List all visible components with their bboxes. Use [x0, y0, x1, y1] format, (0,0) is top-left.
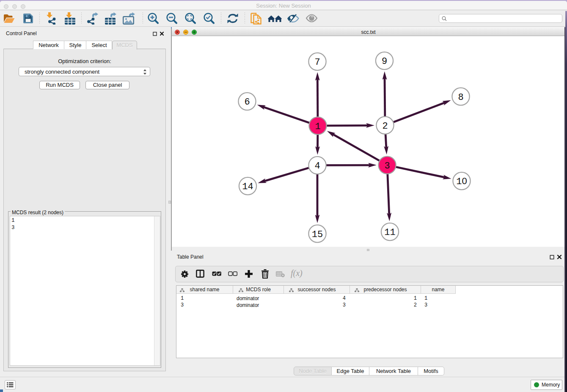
svg-text:3: 3	[384, 161, 390, 171]
svg-text:1: 1	[315, 121, 320, 132]
svg-text:4: 4	[314, 161, 320, 171]
svg-text:8: 8	[458, 92, 463, 103]
svg-text:7: 7	[314, 57, 320, 68]
svg-text:10: 10	[456, 176, 467, 187]
svg-text:9: 9	[382, 56, 387, 67]
svg-text:6: 6	[244, 97, 250, 108]
svg-text:2: 2	[382, 121, 388, 132]
svg-text:15: 15	[312, 229, 323, 240]
svg-text:11: 11	[384, 227, 395, 238]
svg-text:14: 14	[242, 182, 253, 192]
